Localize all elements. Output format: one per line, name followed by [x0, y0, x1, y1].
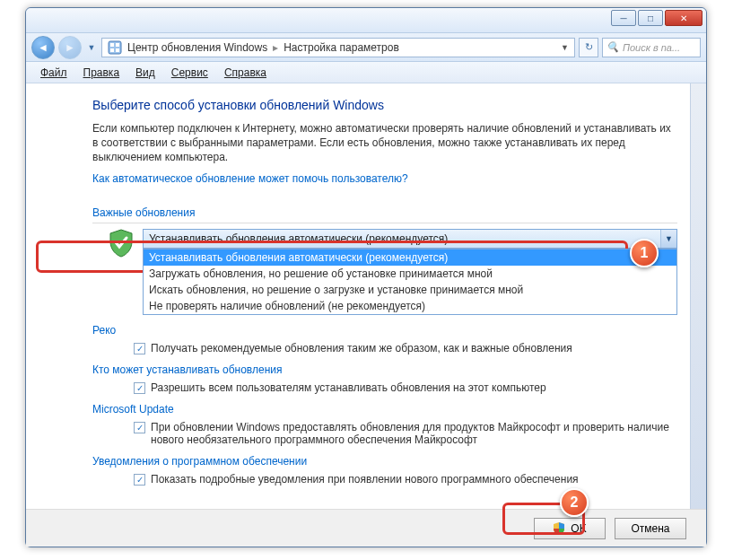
who-label: Разрешить всем пользователям устанавлива… — [151, 381, 546, 394]
search-icon: 🔍 — [606, 41, 619, 53]
combo-option-3[interactable]: Не проверять наличие обновлений (не реко… — [144, 298, 676, 314]
section-who: Кто может устанавливать обновления — [92, 363, 677, 376]
menu-help[interactable]: Справка — [217, 65, 274, 81]
combo-dropdown: Устанавливать обновления автоматически (… — [143, 249, 677, 315]
address-drop-icon[interactable]: ▼ — [561, 43, 569, 52]
forward-button[interactable]: ► — [58, 36, 82, 59]
annotation-badge-1: 1 — [630, 239, 659, 267]
uac-shield-icon — [553, 522, 565, 535]
section-msupdate: Microsoft Update — [92, 403, 677, 416]
combo-option-1[interactable]: Загружать обновления, но решение об уста… — [144, 266, 676, 282]
svg-rect-1 — [110, 43, 114, 47]
annotation-badge-2: 2 — [560, 488, 589, 517]
msupdate-label: При обновлении Windows предоставлять обн… — [151, 421, 677, 446]
ok-label: OK — [571, 522, 586, 535]
cancel-button[interactable]: Отмена — [615, 518, 686, 539]
help-link[interactable]: Как автоматическое обновление может помо… — [92, 172, 408, 185]
nav-bar: ◄ ► ▼ Центр обновления Windows ▸ Настрой… — [26, 33, 706, 62]
address-bar[interactable]: Центр обновления Windows ▸ Настройка пар… — [101, 38, 575, 57]
control-panel-icon — [108, 40, 122, 55]
section-notify: Уведомления о программном обеспечении — [92, 455, 677, 468]
section-recommended: Реко — [92, 324, 677, 337]
chevron-down-icon[interactable]: ▼ — [660, 230, 676, 248]
minimize-button[interactable]: ─ — [611, 10, 636, 26]
notify-label: Показать подробные уведомления при появл… — [151, 473, 579, 486]
footer: OK Отмена — [26, 509, 706, 547]
breadcrumb-root[interactable]: Центр обновления Windows — [127, 41, 267, 54]
back-button[interactable]: ◄ — [31, 36, 55, 59]
refresh-button[interactable]: ↻ — [579, 38, 598, 57]
menu-view[interactable]: Вид — [128, 65, 162, 81]
combo-option-2[interactable]: Искать обновления, но решение о загрузке… — [144, 282, 676, 298]
page-title: Выберите способ установки обновлений Win… — [92, 98, 677, 112]
recommended-label: Получать рекомендуемые обновления таким … — [151, 342, 572, 354]
combo-option-0[interactable]: Устанавливать обновления автоматически (… — [144, 249, 676, 266]
content-area: Выберите способ установки обновлений Win… — [26, 83, 706, 509]
section-important: Важные обновления — [92, 206, 677, 223]
notify-checkbox[interactable]: ✓ — [134, 474, 145, 486]
ok-button[interactable]: OK — [534, 518, 606, 539]
search-input[interactable]: 🔍 Поиск в па... — [602, 38, 701, 57]
window-controls: ─ □ ✕ — [611, 10, 702, 26]
menu-bar: Файл Правка Вид Сервис Справка — [26, 62, 706, 83]
svg-rect-2 — [116, 43, 119, 47]
breadcrumb-current[interactable]: Настройка параметров — [284, 41, 399, 54]
nav-history-drop[interactable]: ▼ — [85, 36, 98, 59]
page-description: Если компьютер подключен к Интернету, мо… — [92, 121, 677, 165]
svg-rect-4 — [116, 48, 119, 52]
combo-selected: Устанавливать обновления автоматически (… — [149, 232, 448, 245]
cancel-label: Отмена — [631, 522, 669, 535]
svg-rect-3 — [110, 48, 114, 52]
titlebar: ─ □ ✕ — [26, 8, 706, 33]
important-updates-combo[interactable]: Устанавливать обновления автоматически (… — [143, 229, 677, 249]
close-button[interactable]: ✕ — [665, 10, 702, 26]
menu-edit[interactable]: Правка — [76, 65, 127, 81]
msupdate-checkbox[interactable]: ✓ — [134, 422, 145, 433]
menu-file[interactable]: Файл — [33, 65, 74, 81]
shield-icon — [109, 229, 134, 258]
chevron-right-icon: ▸ — [273, 41, 278, 54]
search-placeholder: Поиск в па... — [623, 42, 680, 53]
maximize-button[interactable]: □ — [638, 10, 663, 26]
recommended-checkbox[interactable]: ✓ — [134, 343, 145, 354]
window-frame: ─ □ ✕ ◄ ► ▼ Центр обновления Windows ▸ Н… — [25, 7, 707, 547]
who-checkbox[interactable]: ✓ — [134, 382, 145, 394]
menu-tools[interactable]: Сервис — [164, 65, 215, 81]
